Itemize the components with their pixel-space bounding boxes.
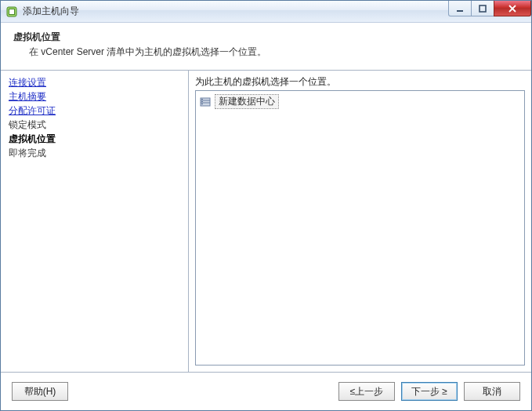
wizard-body: 连接设置 主机摘要 分配许可证 锁定模式 虚拟机位置 即将完成 为此主机的虚拟机… [1,71,531,372]
wizard-window: 添加主机向导 虚拟机位置 在 vCenter Server 清单中为主机的虚拟机… [0,0,532,411]
svg-rect-8 [201,101,203,102]
svg-rect-2 [457,10,463,12]
close-button[interactable] [494,1,531,16]
window-controls [449,1,531,16]
wizard-main-panel: 为此主机的虚拟机选择一个位置。 新建数据中心 [189,71,531,372]
minimize-button[interactable] [448,1,472,16]
step-assign-license[interactable]: 分配许可证 [9,104,188,118]
wizard-header: 虚拟机位置 在 vCenter Server 清单中为主机的虚拟机选择一个位置。 [1,23,531,71]
window-title: 添加主机向导 [23,5,79,18]
back-button[interactable]: ≤上一步 [338,382,395,401]
wizard-steps-sidebar: 连接设置 主机摘要 分配许可证 锁定模式 虚拟机位置 即将完成 [1,71,189,372]
datacenter-icon [199,96,212,108]
svg-rect-3 [480,5,486,12]
titlebar: 添加主机向导 [1,1,531,23]
next-button[interactable]: 下一步 ≥ [401,382,458,401]
tree-item-datacenter[interactable]: 新建数据中心 [199,94,279,109]
step-connection-settings[interactable]: 连接设置 [9,75,188,89]
help-button[interactable]: 帮助(H) [12,382,68,401]
tree-item-label[interactable]: 新建数据中心 [215,94,279,109]
app-icon [5,5,18,18]
step-vm-location: 虚拟机位置 [9,132,188,146]
svg-rect-9 [201,104,203,104]
maximize-button[interactable] [471,1,494,16]
cancel-button[interactable]: 取消 [464,382,520,401]
location-tree[interactable]: 新建数据中心 [195,90,525,366]
wizard-footer: 帮助(H) ≤上一步 下一步 ≥ 取消 [1,372,531,410]
instruction-text: 为此主机的虚拟机选择一个位置。 [195,75,525,90]
step-ready-to-complete: 即将完成 [9,146,188,160]
step-host-summary[interactable]: 主机摘要 [9,89,188,104]
wizard-step-title: 虚拟机位置 [13,31,519,44]
step-lockdown-mode: 锁定模式 [9,118,188,132]
wizard-step-subtitle: 在 vCenter Server 清单中为主机的虚拟机选择一个位置。 [29,45,519,59]
svg-rect-1 [9,9,15,14]
svg-rect-7 [201,99,203,100]
